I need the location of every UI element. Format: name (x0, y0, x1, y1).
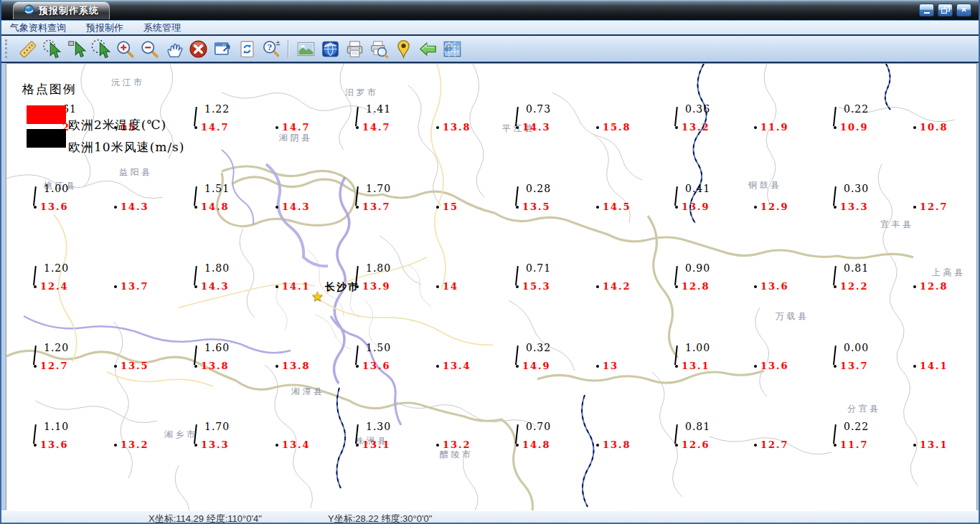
app-window: { "window": { "title": "预报制作系统", "contro… (0, 0, 980, 524)
point-dot (194, 126, 197, 129)
globe-tool-button[interactable] (319, 37, 341, 60)
identify-tool-button[interactable]: ?± (260, 37, 283, 60)
identify-icon: ?± (262, 39, 281, 59)
status-bar: X坐标:114.29 经度:110°0'4" Y坐标:28.22 纬度:30°0… (1, 510, 979, 524)
temp-value: 13.2 (121, 439, 149, 450)
temp-value: 13.6 (760, 361, 789, 371)
temp-value: 14.9 (522, 361, 551, 371)
wind-barb (355, 107, 359, 126)
point-dot (356, 285, 359, 288)
point-dot (596, 285, 599, 288)
wind-value: 1.20 (44, 262, 69, 274)
toolbar-buttons: ?± (15, 37, 464, 60)
point-dot (596, 365, 599, 368)
wind-value: 1.50 (366, 342, 391, 353)
minimize-button[interactable] (919, 4, 934, 16)
select-lasso-tool-button[interactable] (89, 37, 112, 60)
map-canvas[interactable]: 沅江市汨罗市湘阴县平江县益阳县桃江县铜鼓县宜丰县上高县万载县湘潭县分宜县湘乡市株… (6, 63, 977, 511)
temp-value: 14.3 (201, 281, 230, 292)
temp-value: 11.7 (840, 439, 869, 450)
wind-barb (33, 266, 37, 285)
image-tool-button[interactable] (294, 37, 317, 60)
temp-value: 11.9 (760, 122, 789, 133)
temp-value: 12.7 (920, 201, 948, 212)
pan-tool-button[interactable] (162, 37, 185, 60)
zoom-out-tool-button[interactable] (138, 37, 161, 60)
point-dot (913, 126, 916, 129)
point-dot (675, 285, 678, 288)
zoom-in-tool-button[interactable] (113, 37, 136, 60)
title-bar: 预报制作系统 (1, 0, 979, 21)
placemark-tool-button[interactable] (392, 37, 415, 60)
measure-icon (18, 39, 37, 59)
point-dot (114, 285, 117, 288)
refresh-tool-button[interactable] (235, 37, 258, 60)
export-window-tool-button[interactable] (211, 37, 234, 60)
select-point-icon (42, 39, 62, 59)
temp-value: 13.5 (121, 361, 149, 371)
temp-value: 12.6 (682, 439, 710, 450)
wind-value: 0.90 (685, 262, 710, 274)
point-dot (834, 206, 837, 209)
wind-barb (33, 186, 37, 206)
point-dot (356, 126, 359, 129)
restore-button[interactable] (938, 4, 953, 16)
wind-value: 0.71 (526, 262, 551, 274)
temp-value: 13.6 (760, 281, 789, 292)
point-dot (516, 444, 519, 447)
toolbar-grip-handle[interactable] (5, 39, 9, 58)
temp-value: 13.9 (362, 281, 391, 292)
app-title-tab[interactable]: 预报制作系统 (13, 1, 110, 19)
wind-barb (515, 346, 519, 365)
menu-item-1[interactable]: 预报制作 (86, 22, 123, 34)
wind-barb (194, 346, 197, 365)
point-dot (754, 285, 757, 288)
point-dot (436, 365, 439, 368)
refresh-icon (237, 39, 257, 59)
temp-value: 13.5 (522, 201, 551, 212)
point-dot (275, 285, 278, 288)
point-dot (275, 126, 278, 129)
point-dot (516, 365, 519, 368)
print-preview-tool-button[interactable] (367, 37, 390, 60)
menu-item-0[interactable]: 气象资料查询 (10, 22, 66, 34)
point-dot (194, 206, 197, 209)
select-box-tool-button[interactable] (65, 37, 88, 60)
wind-barb (194, 266, 197, 285)
toolbar: ?± (1, 34, 979, 63)
temp-value: 12.7 (40, 361, 69, 371)
temp-value: 13.6 (40, 201, 69, 212)
close-button[interactable] (956, 4, 971, 16)
point-dot (436, 444, 439, 447)
temp-value: 13.3 (201, 439, 230, 450)
wind-value: 0.81 (844, 262, 869, 274)
wind-value: 0.36 (685, 103, 710, 115)
temp-value: 14.7 (282, 122, 311, 133)
temp-value: 13.3 (840, 201, 869, 212)
stop-tool-button[interactable] (187, 37, 209, 60)
select-point-tool-button[interactable] (40, 37, 63, 60)
wind-barb (194, 424, 197, 444)
print-tool-button[interactable] (343, 37, 366, 60)
map-grid-tool-button[interactable] (440, 37, 463, 60)
wind-value: 0.73 (526, 103, 551, 115)
measure-tool-button[interactable] (16, 37, 39, 60)
back-tool-button[interactable] (416, 37, 439, 60)
legend-swatch-temperature (27, 105, 66, 124)
wind-barb (355, 424, 359, 444)
temp-value: 14.7 (201, 122, 230, 133)
wind-value: 1.80 (204, 262, 230, 274)
status-y-coordinate: Y坐标:28.22 纬度:30°0'0" (328, 513, 432, 524)
legend-item-windspeed: 欧洲10米风速(m/s) (27, 129, 184, 148)
point-dot (834, 444, 837, 447)
app-title: 预报制作系统 (39, 4, 99, 17)
temp-value: 10.8 (920, 122, 948, 133)
menu-item-2[interactable]: 系统管理 (143, 22, 181, 34)
point-dot (516, 285, 519, 288)
point-dot (436, 126, 439, 129)
temp-value: 14.3 (522, 122, 551, 133)
point-dot (114, 206, 117, 209)
temp-value: 14.2 (603, 281, 631, 292)
temp-value: 13.7 (840, 361, 869, 371)
wind-barb (515, 424, 519, 444)
